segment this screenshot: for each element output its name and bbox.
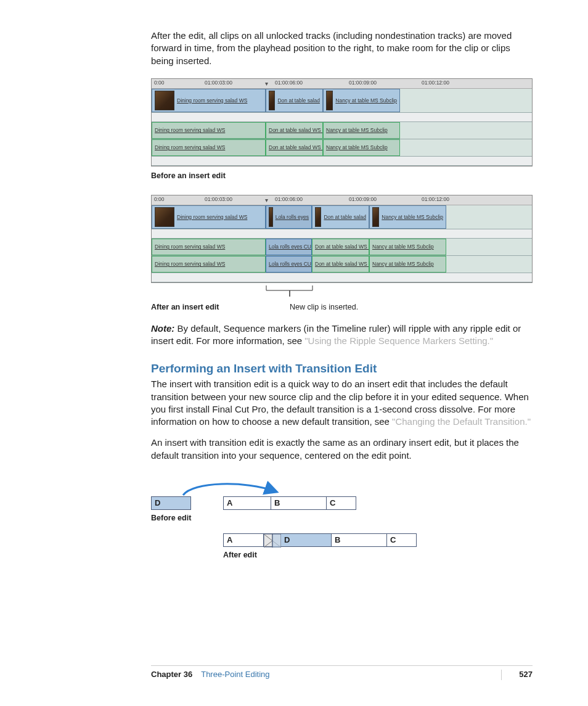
timeline-ruler: 0:00 01:00:03:00 ▾ 01:00:06:00 01:00:09:… (152, 79, 532, 89)
timeline-before: 0:00 01:00:03:00 ▾ 01:00:06:00 01:00:09:… (151, 78, 533, 166)
clip-thumbnail (315, 207, 321, 227)
clip-label: Don at table salad (324, 214, 366, 220)
audio-track-2[interactable]: Dining room serving salad WSLola rolls e… (152, 256, 532, 273)
clip-thumbnail (326, 91, 333, 110)
clip-label: Dining room serving salad WS (155, 127, 225, 133)
clip-label: Nancy at table MS Subclip (326, 144, 388, 150)
note-paragraph: Note: By default, Sequence markers (in t… (151, 322, 533, 348)
diagram-after-d: D (281, 533, 332, 547)
diagram-clip-c: C (327, 496, 356, 510)
svg-rect-1 (272, 534, 281, 548)
clip-label: Lola rolls eyes CU (269, 261, 311, 267)
clip-label: Nancy at table MS Subclip (382, 214, 443, 220)
clip-item[interactable]: Nancy at table MS Subclip (323, 139, 400, 156)
svg-rect-0 (264, 534, 272, 548)
clip-item[interactable]: Don at table salad (312, 205, 369, 229)
clip-label: Don at table salad WS Subclip (269, 127, 323, 133)
clip-item[interactable]: Dining room serving salad WS (152, 256, 266, 273)
diagram-after-a: A (223, 533, 264, 547)
diagram-caption-after: After edit (223, 551, 533, 559)
clip-item[interactable]: Nancy at table MS Subclip (323, 122, 400, 139)
annotation-new-clip: New clip is inserted. (290, 303, 358, 311)
video-track-1[interactable]: Dining room serving salad WSLola rolls e… (152, 205, 532, 229)
clip-item[interactable]: Dining room serving salad WS (152, 89, 266, 112)
clip-item[interactable]: Nancy at table MS Subclip (369, 205, 446, 229)
link-default-transition[interactable]: "Changing the Default Transition." (392, 416, 531, 427)
clip-label: Dining room serving salad WS (155, 244, 225, 250)
clip-thumbnail (372, 207, 379, 227)
clip-label: Lola rolls eyes (276, 214, 309, 220)
diagram-after-c: C (387, 533, 417, 547)
link-ripple-markers[interactable]: "Using the Ripple Sequence Markers Setti… (304, 335, 493, 346)
clip-label: Don at table salad WS Subclip (315, 261, 369, 267)
clip-thumbnail (269, 91, 275, 110)
caption-before: Before an insert edit (151, 171, 533, 180)
clip-label: Nancy at table MS Subclip (372, 261, 434, 267)
caption-after: After an insert edit (151, 303, 290, 311)
clip-item[interactable]: Nancy at table MS Subclip (369, 239, 446, 255)
insert-transition-diagram: D A B C Before edit A D B C After edit (151, 480, 533, 559)
clip-item[interactable]: Lola rolls eyes CU (266, 256, 312, 273)
audio-track-1[interactable]: Dining room serving salad WSDon at table… (152, 122, 532, 139)
clip-label: Nancy at table MS Subclip (335, 97, 397, 104)
diagram-after-b: B (332, 533, 387, 547)
clip-label: Don at table salad WS Subclip (269, 144, 323, 150)
clip-label: Dining room serving salad WS (155, 144, 225, 150)
clip-item[interactable]: Don at table salad (266, 89, 323, 112)
clip-item[interactable]: Dining room serving salad WS (152, 239, 266, 255)
clip-item[interactable]: Dining room serving salad WS (152, 122, 266, 139)
clip-item[interactable]: Don at table salad WS Subclip (312, 239, 369, 255)
diagram-caption-before: Before edit (151, 514, 533, 522)
clip-label: Dining room serving salad WS (177, 214, 247, 220)
footer-chapter-title: Three-Point Editing (201, 670, 269, 679)
callout-bracket (151, 285, 533, 298)
video-track-1[interactable]: Dining room serving salad WSDon at table… (152, 89, 532, 113)
clip-label: Lola rolls eyes CU (269, 244, 311, 250)
page-footer: Chapter 36 Three-Point Editing 527 (151, 665, 533, 679)
audio-track-2[interactable]: Dining room serving salad WSDon at table… (152, 139, 532, 157)
clip-label: Nancy at table MS Subclip (326, 127, 388, 133)
clip-item[interactable]: Nancy at table MS Subclip (323, 89, 400, 112)
body-paragraph-2: An insert with transition edit is exactl… (151, 437, 533, 462)
timeline-ruler: 0:00 01:00:03:00 ▾ 01:00:06:00 01:00:09:… (152, 195, 532, 205)
clip-label: Nancy at table MS Subclip (372, 244, 434, 250)
clip-item[interactable]: Nancy at table MS Subclip (369, 256, 446, 273)
diagram-source-clip: D (151, 496, 191, 510)
clip-label: Dining room serving salad WS (177, 97, 247, 104)
heading-insert-transition: Performing an Insert with Transition Edi… (151, 362, 533, 376)
intro-paragraph: After the edit, all clips on all unlocke… (151, 30, 533, 67)
clip-item[interactable]: Don at table salad WS Subclip (312, 256, 369, 273)
clip-thumbnail (155, 91, 174, 110)
diagram-clip-b: B (271, 496, 327, 510)
clip-item[interactable]: Lola rolls eyes (266, 205, 312, 229)
clip-label: Dining room serving salad WS (155, 261, 225, 267)
arrow-icon (151, 478, 336, 499)
clip-label: Don at table salad WS Subclip (315, 244, 369, 250)
clip-item[interactable]: Lola rolls eyes CU (266, 239, 312, 255)
clip-label: Don at table salad (277, 97, 320, 104)
audio-track-1[interactable]: Dining room serving salad WSLola rolls e… (152, 239, 532, 256)
clip-item[interactable]: Don at table salad WS Subclip (266, 139, 323, 156)
page-number: 527 (519, 670, 533, 679)
clip-item[interactable]: Don at table salad WS Subclip (266, 122, 323, 139)
clip-thumbnail (269, 207, 273, 227)
diagram-clip-a: A (223, 496, 271, 510)
clip-item[interactable]: Dining room serving salad WS (152, 139, 266, 156)
clip-thumbnail (155, 207, 174, 227)
transition-icon (264, 533, 281, 547)
body-paragraph-1: The insert with transition edit is a qui… (151, 378, 533, 428)
timeline-after: 0:00 01:00:03:00 ▾ 01:00:06:00 01:00:09:… (151, 195, 533, 283)
clip-item[interactable]: Dining room serving salad WS (152, 205, 266, 229)
